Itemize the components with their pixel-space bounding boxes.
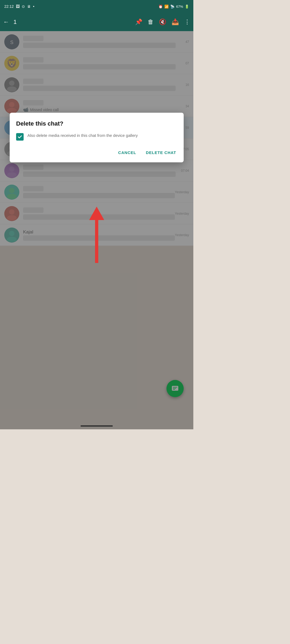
- delete-chat-dialog: Delete this chat? Also delete media rece…: [10, 113, 184, 162]
- status-bar: 22:12 🖼 ⊙ 🖥 • ⏰ 📶 📡 67% 🔋: [0, 0, 193, 13]
- arrow-body: [95, 220, 98, 263]
- selected-count: 1: [13, 19, 132, 25]
- delete-button[interactable]: 🗑: [148, 19, 154, 25]
- more-button[interactable]: ⋮: [184, 19, 190, 25]
- home-indicator: [81, 425, 113, 427]
- photo-icon: 🖼: [16, 4, 20, 9]
- red-arrow-indicator: [89, 207, 104, 263]
- delete-media-checkbox[interactable]: [16, 133, 24, 141]
- top-bar-icons: 📌 🗑 🔇 📥 ⋮: [135, 19, 190, 25]
- battery-text: 67%: [176, 5, 183, 9]
- dot-icon: •: [33, 4, 34, 9]
- top-bar: ← 1 📌 🗑 🔇 📥 ⋮: [0, 13, 193, 31]
- dialog-title: Delete this chat?: [16, 120, 177, 127]
- screen-icon: 🖥: [27, 4, 31, 9]
- status-left: 22:12 🖼 ⊙ 🖥 •: [4, 4, 34, 9]
- signal-icon: 📡: [170, 5, 175, 9]
- alarm-icon: ⏰: [158, 5, 163, 9]
- status-right: ⏰ 📶 📡 67% 🔋: [158, 5, 189, 9]
- back-button[interactable]: ←: [3, 19, 9, 25]
- arrow-head: [89, 207, 104, 220]
- dialog-checkbox-row: Also delete media received in this chat …: [16, 133, 177, 141]
- wifi-icon: 📶: [164, 5, 169, 9]
- pin-button[interactable]: 📌: [135, 19, 142, 25]
- instagram-icon: ⊙: [22, 4, 25, 9]
- mute-button[interactable]: 🔇: [159, 19, 166, 25]
- delete-chat-button[interactable]: DELETE CHAT: [145, 148, 177, 157]
- dialog-actions: CANCEL DELETE CHAT: [16, 148, 177, 157]
- battery-icon: 🔋: [185, 5, 189, 9]
- status-time: 22:12: [4, 4, 14, 9]
- checkbox-label: Also delete media received in this chat …: [27, 133, 138, 138]
- cancel-button[interactable]: CANCEL: [117, 148, 137, 157]
- archive-button[interactable]: 📥: [172, 19, 179, 25]
